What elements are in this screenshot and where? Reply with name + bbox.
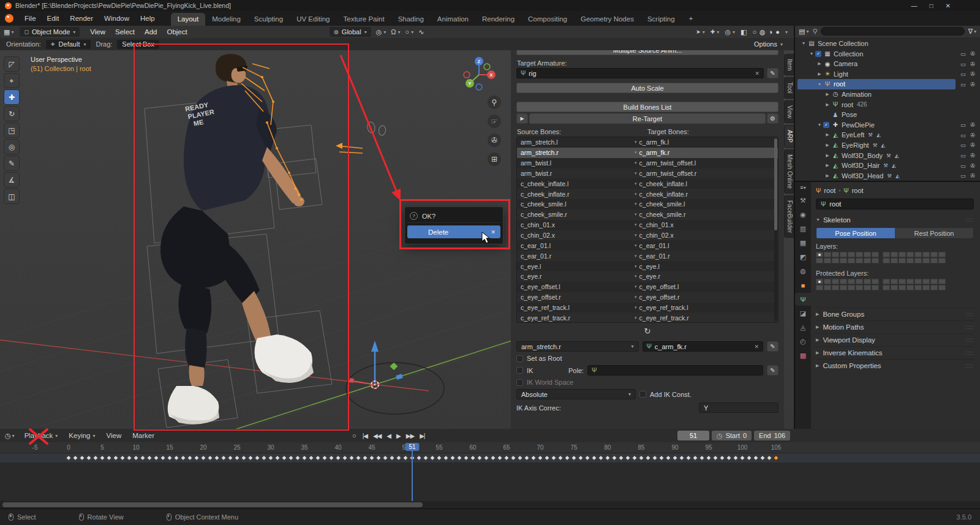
- retarget-settings-button[interactable]: ⚙: [767, 113, 778, 124]
- hide-viewport-icon[interactable]: ▭: [960, 132, 966, 138]
- armature-layer-toggle[interactable]: [891, 252, 898, 257]
- target-bone-cell[interactable]: ▾ c_cheek_inflate.l: [635, 180, 775, 187]
- sidebar-tab[interactable]: Mesh Online: [784, 149, 794, 194]
- outliner-row-pose[interactable]: ✓ ♟ Pose ⚒ ◭ ▭ ✇: [797, 110, 956, 120]
- keyframe-diamond[interactable]: [200, 455, 206, 461]
- close-button[interactable]: ✕: [946, 2, 951, 9]
- viewport-canvas[interactable]: READY PLAYER ME: [0, 50, 794, 429]
- hide-render-icon[interactable]: ✇: [970, 61, 975, 67]
- annotate-tool[interactable]: ✎: [4, 156, 20, 171]
- multiple-source-anim-button[interactable]: Multiple Source Anim...: [516, 50, 778, 55]
- bone-mapping-row[interactable]: c_chin_02.x ▾ c_chin_02.x: [517, 230, 778, 241]
- armature-layer-toggle[interactable]: [864, 285, 871, 290]
- tab-object-data[interactable]: Ψ: [795, 293, 811, 306]
- source-bone-name[interactable]: c_ear_01.l: [519, 242, 635, 249]
- armature-layer-toggle[interactable]: [883, 258, 890, 263]
- keyframe-diamond[interactable]: [322, 455, 328, 461]
- armature-layer-toggle[interactable]: [907, 279, 914, 284]
- play-reverse-button[interactable]: ◀: [386, 432, 391, 439]
- armature-layer-toggle[interactable]: [856, 252, 863, 257]
- workspace-tab[interactable]: Geometry Nodes: [574, 13, 641, 26]
- armature-layer-toggle[interactable]: [899, 258, 906, 263]
- source-bone-name[interactable]: c_eye_offset.l: [519, 283, 635, 290]
- hide-render-icon[interactable]: ✇: [970, 142, 975, 148]
- bone-mapping-row[interactable]: arm_twist.r ▾ c_arm_twist_offset.r: [517, 168, 778, 179]
- outliner-search-input[interactable]: [821, 27, 964, 36]
- outliner-row-wolf3d-hair[interactable]: ▶ ✓ ◭ Wolf3D_Hair ⚒ ◭ ▭ ✇: [797, 161, 956, 171]
- armature-layer-toggle[interactable]: [840, 285, 847, 290]
- armature-layer-toggle[interactable]: [883, 285, 890, 290]
- pan-hand-icon[interactable]: ☞: [488, 115, 501, 128]
- ik-type-dropdown[interactable]: Absolute ▾: [516, 389, 636, 399]
- properties-section-header[interactable]: ▶ Motion Paths ::::: [816, 320, 974, 333]
- ik-axis-dropdown[interactable]: Y: [699, 402, 778, 413]
- retarget-play-button[interactable]: ▶: [516, 113, 528, 124]
- keyframe-diamond[interactable]: [470, 455, 476, 461]
- menu-item[interactable]: Window: [99, 13, 134, 24]
- source-bone-name[interactable]: c_eye.l: [519, 263, 635, 270]
- orientation-dropdown[interactable]: ✚ Default ▾: [46, 40, 91, 49]
- viewport-menu-item[interactable]: Object: [162, 27, 191, 37]
- target-bone-cell[interactable]: ▾ c_cheek_smile.r: [635, 211, 775, 218]
- viewport-menu-item[interactable]: Select: [111, 27, 139, 37]
- keyframe-diamond[interactable]: [328, 455, 334, 461]
- hide-render-icon[interactable]: ✇: [970, 121, 975, 128]
- retarget-button[interactable]: Re-Target: [529, 113, 766, 124]
- keyframe-diamond[interactable]: [578, 455, 584, 461]
- keyframe-diamond[interactable]: [194, 455, 200, 461]
- ik-checkbox[interactable]: [516, 367, 523, 374]
- armature-layer-toggle[interactable]: [907, 252, 914, 257]
- timeline-menu-item[interactable]: Keying ▾: [64, 431, 100, 440]
- timeline-scrollbar-thumb[interactable]: [2, 502, 423, 507]
- target-bone-cell[interactable]: ▾ c_eye_ref_track.r: [635, 314, 775, 322]
- bone-mapping-row[interactable]: c_chin_01.x ▾ c_chin_01.x: [517, 220, 778, 230]
- keyframe-diamond[interactable]: [631, 455, 638, 461]
- tab-physics[interactable]: ◴: [795, 335, 811, 348]
- pivot-point-dropdown[interactable]: ◎▾: [376, 28, 386, 36]
- build-bones-list-button[interactable]: Build Bones List: [516, 102, 778, 112]
- target-bone-cell[interactable]: ▾ c_ear_01.l: [635, 242, 775, 249]
- prev-keyframe-button[interactable]: ◀◀: [373, 432, 381, 439]
- timeline-scrollbar[interactable]: [0, 501, 980, 508]
- keyframe-diamond[interactable]: [382, 455, 388, 461]
- overlays-dropdown[interactable]: ◎▾: [725, 28, 735, 36]
- breadcrumb-object[interactable]: root: [824, 187, 835, 194]
- target-bone-cell[interactable]: ▾ c_arm_fk.r: [635, 149, 775, 156]
- drag-handle[interactable]: ::::: [965, 337, 974, 343]
- tab-output[interactable]: ▥: [795, 222, 811, 235]
- armature-layer-toggle[interactable]: [922, 279, 930, 284]
- target-bone-cell[interactable]: ▾ c_ear_01.r: [635, 252, 775, 260]
- armature-layer-toggle[interactable]: [848, 285, 855, 290]
- select-box-tool[interactable]: ◸: [4, 56, 20, 72]
- skeleton-section-header[interactable]: ▼ Skeleton ::::: [816, 213, 974, 226]
- target-bone-cell[interactable]: ▾ c_arm_twist_offset.l: [635, 159, 775, 167]
- bone-list-scrollbar[interactable]: [774, 138, 777, 321]
- sidebar-tab[interactable]: FaceBuilder: [784, 195, 794, 238]
- shading-solid-button[interactable]: ◍: [760, 28, 766, 36]
- armature-layer-toggle[interactable]: [938, 285, 946, 290]
- outliner-row-wolf3d-head[interactable]: ▶ ✓ ◭ Wolf3D_Head ⚒ ◭ ▭ ✇: [797, 170, 956, 181]
- armature-layer-toggle[interactable]: [914, 252, 922, 257]
- end-frame-field[interactable]: End 106: [754, 431, 790, 440]
- tab-view-layer[interactable]: ▦: [795, 236, 811, 249]
- armature-layer-toggle[interactable]: [938, 252, 946, 257]
- keyframe-diamond[interactable]: [652, 455, 658, 461]
- keyframe-diamond[interactable]: [396, 455, 402, 461]
- measure-tool[interactable]: ∡: [4, 172, 20, 187]
- outliner-item-label[interactable]: Scene Collection: [818, 40, 869, 47]
- object-visibility-dropdown[interactable]: ➤▾: [696, 29, 705, 35]
- keyframe-diamond[interactable]: [261, 455, 267, 461]
- scale-tool[interactable]: ◳: [4, 123, 20, 138]
- armature-layer-toggle[interactable]: [922, 252, 930, 257]
- eyedropper-button[interactable]: ✎: [767, 365, 778, 376]
- keyframe-diamond[interactable]: [389, 455, 395, 461]
- keyframe-diamond[interactable]: [477, 455, 483, 461]
- toggle-ortho-icon[interactable]: ⊞: [488, 153, 501, 166]
- collection-checkbox[interactable]: ✓: [815, 51, 821, 57]
- armature-layer-toggle[interactable]: [832, 285, 839, 290]
- keyframe-diamond[interactable]: [726, 455, 732, 461]
- keyframe-diamond[interactable]: [665, 455, 671, 461]
- tab-texture[interactable]: ▩: [795, 349, 811, 362]
- bone-mapping-row[interactable]: c_eye.r ▾ c_eye.r: [517, 271, 778, 282]
- outliner-editor-type-button[interactable]: ▤ ▾: [799, 28, 809, 36]
